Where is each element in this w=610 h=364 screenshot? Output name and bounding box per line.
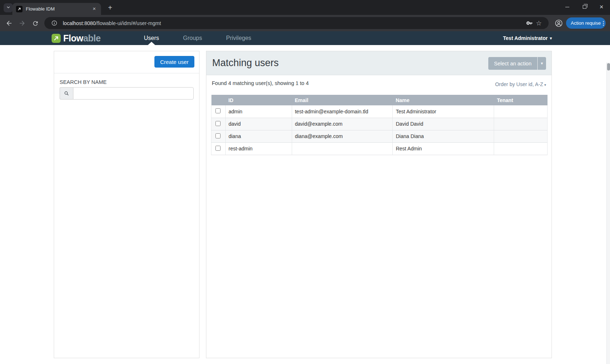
flowable-logo-icon (52, 34, 61, 43)
nav-item-groups[interactable]: Groups (183, 31, 202, 45)
bookmark-star-icon[interactable]: ☆ (534, 19, 544, 28)
row-checkbox-cell (211, 142, 226, 155)
create-user-button[interactable]: Create user (154, 56, 194, 68)
column-header-email: Email (292, 95, 393, 105)
row-checkbox[interactable] (215, 108, 221, 113)
results-summary: Found 4 matching user(s), showing 1 to 4 (212, 80, 309, 86)
users-table-body: admin test-admin@example-domain.tld Test… (211, 105, 548, 155)
scrollbar-thumb[interactable] (607, 63, 610, 70)
select-action-button[interactable]: Select an action (488, 57, 537, 70)
restore-icon (583, 5, 586, 9)
row-checkbox[interactable] (215, 133, 221, 138)
user-menu-label: Test Administrator (503, 35, 548, 41)
cell-name: David David (393, 118, 494, 130)
table-row[interactable]: david david@example.com David David (211, 118, 548, 130)
row-checkbox-cell (211, 105, 226, 118)
address-bar[interactable]: localhost:8080/flowable-ui/idm/#/user-mg… (44, 17, 549, 29)
minimize-button[interactable] (559, 0, 576, 14)
tab-title: Flowable IDM (26, 6, 91, 12)
reload-button[interactable] (29, 17, 41, 29)
window-controls: × (559, 0, 610, 15)
page-content: Flowable Users Groups Privileges Test Ad… (0, 31, 610, 364)
cell-id: diana (225, 130, 292, 142)
cell-id: admin (225, 105, 292, 118)
column-header-id: ID (225, 95, 292, 105)
tab-close-icon[interactable]: × (91, 6, 97, 12)
browser-window: Flowable IDM × + × localhost:8080/flowab… (0, 0, 610, 364)
chevron-down-icon: ▾ (541, 61, 543, 65)
profile-avatar-icon[interactable] (553, 17, 564, 29)
cell-email: david@example.com (292, 118, 393, 130)
new-tab-button[interactable]: + (106, 4, 114, 12)
url-host: localhost:8080 (63, 20, 96, 26)
table-row[interactable]: admin test-admin@example-domain.tld Test… (211, 105, 548, 118)
active-tab-pointer (148, 42, 155, 45)
chevron-down-icon: ▾ (544, 83, 546, 87)
reload-icon (32, 20, 39, 27)
chevron-down-icon (6, 5, 11, 11)
search-input[interactable] (73, 87, 194, 100)
page-title: Matching users (212, 51, 279, 74)
nav-item-privileges[interactable]: Privileges (226, 31, 251, 45)
row-checkbox-cell (211, 118, 226, 130)
row-checkbox[interactable] (215, 146, 221, 151)
chrome-action-required-button[interactable]: Action requise ⋮ (566, 17, 606, 29)
password-key-icon[interactable] (525, 19, 534, 28)
cell-email: diana@example.com (292, 130, 393, 142)
order-by-dropdown[interactable]: Order by User id, A-Z▾ (495, 81, 546, 87)
cell-tenant (494, 130, 548, 142)
browser-toolbar: localhost:8080/flowable-ui/idm/#/user-mg… (0, 15, 610, 31)
restore-button[interactable] (576, 0, 593, 14)
cell-tenant (494, 142, 548, 155)
tab-search-button[interactable] (4, 3, 13, 12)
checkbox-column-header (211, 95, 226, 105)
divider (54, 73, 199, 73)
url-path: /flowable-ui/idm/#/user-mgmt (96, 20, 161, 26)
cell-email: test-admin@example-domain.tld (292, 105, 393, 118)
search-input-group (60, 87, 194, 100)
tab-strip: Flowable IDM × + × (0, 0, 610, 15)
cell-name: Rest Admin (393, 142, 494, 155)
user-menu[interactable]: Test Administrator ▾ (503, 31, 552, 45)
page-scrollbar[interactable] (606, 62, 610, 364)
chevron-down-icon: ▾ (550, 36, 552, 41)
back-button[interactable] (3, 17, 15, 29)
forward-icon (19, 20, 26, 27)
table-row[interactable]: diana diana@example.com Diana Diana (211, 130, 548, 142)
cell-tenant (494, 105, 548, 118)
cell-id: david (225, 118, 292, 130)
nav-item-users[interactable]: Users (144, 31, 159, 45)
kebab-menu-icon[interactable]: ⋮ (601, 20, 606, 27)
minimize-icon (565, 7, 569, 7)
forward-button[interactable] (16, 17, 28, 29)
flowable-favicon-icon (16, 6, 23, 12)
cell-email (292, 142, 393, 155)
site-info-icon[interactable] (49, 19, 59, 28)
column-header-name: Name (393, 95, 494, 105)
table-row[interactable]: rest-admin Rest Admin (211, 142, 548, 155)
main-nav: Users Groups Privileges (144, 31, 251, 45)
row-checkbox-cell (211, 130, 226, 142)
cell-name: Diana Diana (393, 130, 494, 142)
users-table: ID Email Name Tenant admin test-admin@ex… (211, 95, 548, 155)
search-by-name-label: SEARCH BY NAME (60, 79, 106, 85)
panel-heading: Matching users Select an action ▾ (206, 51, 552, 75)
column-header-tenant: Tenant (494, 95, 548, 105)
close-button[interactable]: × (593, 0, 610, 14)
cell-id: rest-admin (225, 142, 292, 155)
action-required-label: Action requise (571, 20, 601, 26)
app-navbar: Flowable Users Groups Privileges Test Ad… (0, 31, 610, 45)
brand-text: Flowable (63, 31, 101, 45)
search-icon (60, 87, 73, 100)
browser-tab[interactable]: Flowable IDM × (12, 3, 101, 15)
matching-users-panel: Matching users Select an action ▾ Found … (206, 51, 552, 358)
flowable-logo[interactable]: Flowable (52, 31, 101, 45)
row-checkbox[interactable] (215, 121, 221, 126)
action-button-group: Select an action ▾ (488, 57, 546, 70)
url-text: localhost:8080/flowable-ui/idm/#/user-mg… (63, 20, 161, 26)
select-action-dropdown-toggle[interactable]: ▾ (537, 57, 546, 70)
close-icon: × (599, 4, 603, 10)
cell-name: Test Administrator (393, 105, 494, 118)
cell-tenant (494, 118, 548, 130)
table-header-row: ID Email Name Tenant (211, 95, 548, 105)
